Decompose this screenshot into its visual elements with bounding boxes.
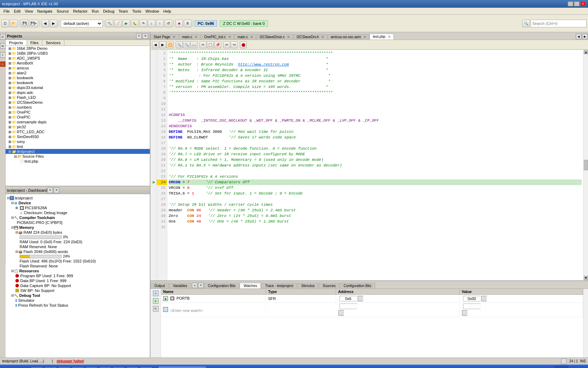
new-project-button[interactable]: 🗋: [1, 20, 9, 27]
dash-checksum[interactable]: ⚠ Checksum: Debug Image: [7, 210, 148, 215]
tab-config-bits-2[interactable]: Configuration Bits: [340, 283, 375, 288]
scroll-thumb[interactable]: [584, 160, 588, 170]
projects-menu-button[interactable]: ≡: [136, 33, 142, 39]
menu-navigate[interactable]: Navigate: [35, 8, 54, 14]
tab-amicus-asm-close-icon[interactable]: ✕: [363, 35, 366, 39]
tree-bookwork1[interactable]: ⊞bookwork: [6, 75, 150, 80]
menu-help[interactable]: Help: [161, 8, 174, 14]
taskbar-app-1[interactable]: ❌: [58, 367, 70, 368]
dashboard-close-button[interactable]: ✕: [54, 188, 59, 193]
ed-redo-button[interactable]: ↪: [231, 41, 238, 48]
watch-addr-btn-portb[interactable]: ⬜: [358, 296, 363, 301]
pause-button[interactable]: ⏸: [184, 20, 191, 27]
reset-button[interactable]: ↺: [164, 20, 172, 27]
tab-projects[interactable]: Projects: [6, 40, 27, 46]
taskbar-explorer[interactable]: 📁: [44, 367, 57, 368]
projects-close-button[interactable]: ✕: [142, 33, 148, 39]
ed-undo-button[interactable]: ↩: [223, 41, 230, 48]
menu-edit[interactable]: Edit: [12, 8, 23, 14]
tree-amicus[interactable]: ⊞amicus: [6, 66, 150, 70]
edit-watch-button[interactable]: ✎: [153, 306, 159, 312]
ed-browse-button[interactable]: 📖: [190, 41, 197, 48]
add-watch-button[interactable]: +: [153, 291, 159, 296]
tree-flash-led[interactable]: ⊞Flash_LED: [6, 95, 150, 100]
scroll-down-button[interactable]: ▼: [584, 276, 588, 280]
tab-variables[interactable]: Variables: [169, 283, 191, 288]
tab-i2cslavedrive[interactable]: I2CSlaveDrive.c ✕: [257, 34, 293, 40]
tab-onepic-lcd[interactable]: OnePIC_lcd.c ✕: [201, 34, 234, 40]
tab-watches[interactable]: Watches: [240, 283, 261, 288]
ed-search2-button[interactable]: 🔍: [183, 41, 190, 48]
tree-dspic-adc[interactable]: ⊞dspic-adc: [6, 90, 150, 95]
tab-trace[interactable]: Trace - testproject: [261, 283, 297, 288]
tree-simdev[interactable]: ⊞SimDev4550: [6, 134, 150, 139]
tab-onepic-lcd-close-icon[interactable]: ✕: [228, 35, 231, 39]
watches-row-portb[interactable]: ▲ 🔲 PORTB SFR 0x6 ⬜ 0x00 ⬜: [161, 295, 583, 303]
stop-button[interactable]: ■: [175, 20, 183, 27]
tab-i2cslavedrv-h[interactable]: I2CSlaveDrv.h ✕: [293, 34, 327, 40]
ed-toggle-button[interactable]: 🔀: [167, 41, 174, 48]
add-sfr-button[interactable]: S: [153, 298, 159, 304]
tab-output[interactable]: Output: [150, 283, 169, 288]
search-input[interactable]: [531, 20, 587, 27]
minimize-button[interactable]: ─: [568, 1, 573, 6]
menu-window[interactable]: Window: [143, 8, 161, 14]
dash-device[interactable]: ⊟ 🖥 Device: [7, 200, 148, 205]
tree-16bit28pin-usb3[interactable]: ⊞16Bit 28Pin USB3: [6, 51, 150, 56]
step-over-button[interactable]: ↷: [139, 20, 147, 27]
menu-team[interactable]: Team: [117, 8, 130, 14]
ed-back-button[interactable]: ◀: [152, 41, 159, 48]
project-select[interactable]: default (active): [61, 20, 103, 27]
dash-resources[interactable]: ⊟ 📋 Resources: [7, 268, 148, 273]
tab-start-close-icon[interactable]: ✕: [173, 35, 175, 39]
taskbar-app-3[interactable]: 🟠: [85, 367, 98, 368]
tree-onepic1[interactable]: ⊞OnePIC: [6, 110, 150, 115]
build-button[interactable]: 🔨: [106, 20, 113, 27]
taskbar-app-6[interactable]: 📷: [126, 367, 139, 368]
menu-run[interactable]: Run: [90, 8, 101, 14]
clean-build-button[interactable]: 🧹: [114, 20, 122, 27]
watch-val-btn-new[interactable]: ⬜: [462, 310, 468, 316]
debug-button[interactable]: 🐛: [131, 20, 139, 27]
tree-pic32[interactable]: ⊞pic32: [6, 124, 150, 129]
tab-main-c-2[interactable]: main.c ✕: [234, 34, 256, 40]
dash-ram[interactable]: ⊟ 📦 RAM 224 (0xE0) bytes: [7, 230, 148, 235]
tree-i2cslavedemo[interactable]: ⊞I2CSlaveDemo: [6, 100, 150, 105]
tab-variables-close[interactable]: ✕: [198, 282, 204, 288]
dash-debug-tool[interactable]: ⊟ 🔨 Debug Tool: [7, 293, 148, 298]
tab-main-c-2-close-icon[interactable]: ✕: [250, 35, 253, 39]
tab-scroll-right-button[interactable]: ▶: [582, 34, 588, 39]
watch-val-btn-portb[interactable]: ⬜: [481, 296, 487, 301]
dash-testproject[interactable]: ⊟ T testproject: [7, 196, 148, 200]
nav-icon-2[interactable]: W: [0, 43, 6, 49]
editor-scrollbar[interactable]: ▲ ▼: [583, 50, 588, 280]
tree-rtc-led[interactable]: ⊞RTC_LED_ADC: [6, 129, 150, 134]
menu-debug[interactable]: Debug: [101, 8, 116, 14]
menu-refactor[interactable]: Refactor: [71, 8, 90, 14]
tab-start-page[interactable]: Start Page ✕: [150, 34, 178, 40]
tab-amicus-asm[interactable]: amicus-no-osc.asm ✕: [328, 34, 369, 40]
tab-main-c-1[interactable]: main.c ✕: [179, 34, 201, 40]
tree-dspic33[interactable]: ⊞dspic33-tutorial: [6, 85, 150, 90]
ed-search-button[interactable]: 🔍: [176, 41, 183, 48]
save-button[interactable]: 💾: [21, 20, 28, 27]
taskbar-app-7[interactable]: 🟦: [140, 367, 152, 368]
close-button[interactable]: ✕: [580, 1, 586, 6]
tree-bookwork2[interactable]: ⊞bookwork: [6, 80, 150, 85]
step-out-button[interactable]: ↑: [156, 20, 164, 27]
tab-variables-menu[interactable]: ≡: [192, 282, 197, 288]
bottom-scrollbar[interactable]: [583, 289, 588, 357]
taskbar-ie[interactable]: 🌐: [31, 367, 43, 368]
tree-adc1msps[interactable]: ⊞ADC_1MSPS: [6, 56, 150, 61]
tree-aerobotx[interactable]: ⊞AeroBotX: [6, 61, 150, 66]
menu-tools[interactable]: Tools: [130, 8, 144, 14]
ed-paste-button[interactable]: 📌: [214, 41, 221, 48]
tree-numbers[interactable]: ⊞numbers: [6, 105, 150, 110]
tab-config-bits-1[interactable]: Configuration Bits: [204, 283, 239, 288]
tree-oversample[interactable]: ⊞oversample dspic: [6, 120, 150, 124]
ed-fwd-button[interactable]: ▶: [159, 41, 166, 48]
tree-16bit28pin-demo[interactable]: ⊞16bit 28Pin Demo: [6, 46, 150, 51]
status-debug-halted[interactable]: debugger halted: [57, 359, 84, 363]
tree-test-pbp[interactable]: test.pbp: [6, 159, 150, 164]
tree-test[interactable]: ⊞test: [6, 144, 150, 149]
